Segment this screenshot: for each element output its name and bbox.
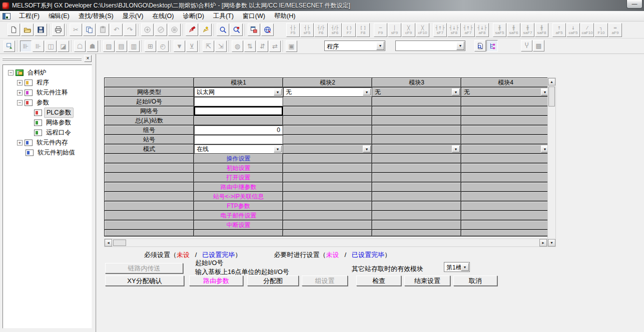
mode-module2-dropdown[interactable]: ▼ bbox=[283, 144, 372, 154]
empty-cell bbox=[283, 230, 372, 236]
menu-edit[interactable]: 编辑(E) bbox=[44, 11, 74, 22]
dock-drag-handle[interactable] bbox=[3, 57, 82, 60]
chevron-down-icon[interactable]: ▼ bbox=[274, 88, 282, 96]
network-type-module2-dropdown[interactable]: 无▼ bbox=[283, 88, 372, 96]
mdi-child-icon[interactable] bbox=[3, 13, 11, 20]
chevron-down-icon[interactable]: ▼ bbox=[452, 146, 460, 152]
routing-parameters-button[interactable]: 路由参数 bbox=[189, 276, 243, 286]
initial-settings-link[interactable]: 初始设置 bbox=[194, 164, 283, 172]
table-vertical-scrollbar[interactable]: ▲ ▼ bbox=[547, 78, 556, 247]
minimize-button[interactable]: — bbox=[626, 0, 642, 8]
project-tree-toggle-icon[interactable] bbox=[486, 40, 498, 52]
download-icon[interactable] bbox=[4, 40, 15, 52]
table-horizontal-scrollbar[interactable]: ◄ ► bbox=[104, 238, 547, 247]
ladder-mode-icon[interactable]: ⊪ bbox=[20, 40, 32, 52]
project-find-icon[interactable] bbox=[261, 24, 274, 36]
expand-icon[interactable]: + bbox=[17, 90, 23, 96]
tree-item-device-memory[interactable]: + 软元件内存 bbox=[3, 138, 92, 148]
tree-item-remote-password[interactable]: 远程口令 bbox=[3, 128, 92, 138]
expand-icon[interactable]: + bbox=[17, 140, 23, 146]
ladder-delete-hline-button: ╳cF9 bbox=[402, 23, 415, 37]
expand-icon[interactable]: + bbox=[17, 80, 23, 86]
zoom-find-icon[interactable] bbox=[217, 24, 229, 36]
tree-item-program[interactable]: + 程序 bbox=[3, 78, 92, 88]
redo-icon: ↷ bbox=[124, 24, 136, 36]
tree-item-device-comment[interactable]: + 软元件注释 bbox=[3, 88, 92, 98]
menu-find-replace[interactable]: 查找/替换(S) bbox=[74, 11, 118, 22]
ladder-symbol-icon[interactable] bbox=[199, 24, 212, 36]
close-icon[interactable]: × bbox=[84, 55, 92, 62]
xy-assignment-confirm-button[interactable]: XY分配确认 bbox=[105, 276, 184, 286]
check-button[interactable]: 检查 bbox=[356, 276, 401, 286]
menu-help[interactable]: 帮助(H) bbox=[270, 11, 300, 22]
station-ip-info-link[interactable]: 站号<->IP关联信息 bbox=[194, 192, 283, 201]
tree-item-parameter[interactable]: − 参数 bbox=[3, 98, 92, 108]
program-type-combo[interactable]: 程序 ▼ bbox=[324, 40, 385, 51]
cancel-button[interactable]: 取消 bbox=[453, 276, 497, 286]
save-icon[interactable] bbox=[35, 24, 47, 36]
chevron-down-icon[interactable]: ▼ bbox=[461, 263, 469, 271]
parameter-sheet-icon[interactable] bbox=[474, 40, 486, 52]
group-no-module1-input[interactable]: 0 bbox=[194, 126, 283, 134]
chevron-down-icon[interactable]: ▼ bbox=[363, 88, 371, 96]
network-type-module3-dropdown[interactable]: 无▼ bbox=[372, 88, 461, 96]
start-io-module1-input[interactable] bbox=[194, 97, 283, 106]
network-type-module1-dropdown[interactable]: 以太网▼ bbox=[194, 88, 283, 96]
copy-icon[interactable] bbox=[83, 24, 96, 36]
network-type-module4-dropdown[interactable]: 无▼ bbox=[461, 88, 550, 96]
open-settings-link[interactable]: 打开设置 bbox=[194, 173, 283, 182]
operation-settings-link[interactable]: 操作设置 bbox=[194, 154, 283, 163]
chevron-down-icon[interactable]: ▼ bbox=[452, 88, 460, 96]
mode-module4-dropdown[interactable]: ▼ bbox=[461, 144, 550, 154]
collapse-icon[interactable]: − bbox=[8, 70, 14, 76]
tree-root-heliaolu[interactable]: − 合料炉 bbox=[3, 68, 92, 78]
scroll-down-icon[interactable]: ▼ bbox=[548, 239, 555, 246]
tree-item-device-init-value[interactable]: 软元件初始值 bbox=[3, 148, 92, 158]
chevron-down-icon[interactable]: ▼ bbox=[456, 42, 464, 50]
mode-module3-dropdown[interactable]: ▼ bbox=[372, 144, 461, 154]
tree-item-network-parameter[interactable]: 网络参数 bbox=[3, 118, 92, 128]
read-mode-icon: ◫ bbox=[45, 40, 57, 52]
network-no-module4-cell bbox=[461, 106, 550, 116]
menu-window[interactable]: 窗口(W) bbox=[238, 11, 270, 22]
open-icon[interactable] bbox=[21, 24, 34, 36]
undo-icon: ↶ bbox=[110, 24, 123, 36]
menu-diagnostics[interactable]: 诊断(D) bbox=[179, 11, 209, 22]
menu-online[interactable]: 在线(O) bbox=[148, 11, 178, 22]
scroll-left-icon[interactable]: ◄ bbox=[105, 239, 112, 246]
chevron-down-icon[interactable]: ▼ bbox=[274, 146, 282, 152]
valid-module-slot-combo[interactable]: 第1槽 ▼ bbox=[444, 262, 470, 272]
monitor-stop-icon: ☗ bbox=[87, 40, 98, 52]
tree-item-plc-parameter[interactable]: PLC参数 bbox=[3, 108, 92, 118]
column-header-module4: 模块4 bbox=[461, 78, 550, 87]
vertical-scroll-thumb[interactable] bbox=[548, 86, 555, 106]
interrupt-settings-link[interactable]: 中断设置 bbox=[194, 220, 283, 230]
collapse-icon[interactable]: − bbox=[17, 100, 23, 106]
finish-setup-button[interactable]: 结束设置 bbox=[404, 276, 450, 286]
ladder-pulse-op4-button: ╫saF8 bbox=[535, 23, 548, 37]
menu-view[interactable]: 显示(V) bbox=[118, 11, 148, 22]
station-no-module1-input[interactable] bbox=[194, 135, 283, 144]
routing-relay-parameters-link[interactable]: 路由中继参数 bbox=[194, 182, 283, 192]
ladder-parallel-closed-button: ┤/├sF6 bbox=[328, 23, 342, 37]
menu-tools[interactable]: 工具(T) bbox=[209, 11, 238, 22]
chevron-down-icon[interactable]: ▼ bbox=[363, 146, 371, 152]
email-settings-link[interactable]: 电子邮件设置 bbox=[194, 211, 283, 220]
scroll-up-icon[interactable]: ▲ bbox=[548, 78, 555, 86]
zoom-find-replace-icon[interactable] bbox=[230, 24, 243, 36]
scroll-right-icon[interactable]: ► bbox=[539, 239, 547, 246]
print-icon[interactable] bbox=[52, 24, 65, 36]
line-insert-icon: ⇅ bbox=[244, 40, 256, 52]
ftp-parameters-link[interactable]: FTP参数 bbox=[194, 202, 283, 210]
data-name-combo[interactable]: ▼ bbox=[395, 40, 465, 51]
mode-module1-dropdown[interactable]: 在线▼ bbox=[194, 144, 283, 154]
new-icon[interactable] bbox=[8, 24, 20, 36]
ladder-write-icon[interactable] bbox=[186, 24, 198, 36]
network-no-module1-input[interactable] bbox=[194, 106, 283, 116]
assignment-chart-button[interactable]: 分配图 bbox=[247, 276, 299, 286]
horizontal-scroll-thumb[interactable] bbox=[113, 240, 126, 246]
window-next-icon: ⇲ bbox=[215, 40, 227, 52]
menu-project[interactable]: 工程(F) bbox=[15, 11, 44, 22]
chevron-down-icon[interactable]: ▼ bbox=[376, 42, 384, 50]
window-split-icon[interactable] bbox=[248, 24, 260, 36]
